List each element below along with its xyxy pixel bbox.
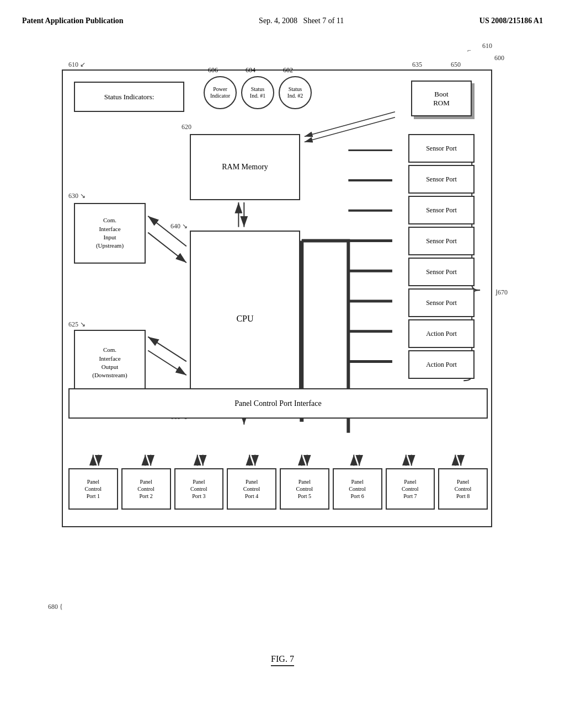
com-input-box: Com.InterfaceInput(Upstream) [74,203,146,264]
sensor-port-2: Sensor Port [408,165,475,194]
sensor-port-4-text: Sensor Port [426,237,457,245]
status-indicators-box: Status Indicators: [74,82,184,112]
ram-memory-text: RAM Memory [222,163,268,172]
status-indicators-label: Status Indicators: [104,93,154,101]
sensor-port-1-text: Sensor Port [426,144,457,153]
label-635: 635 [412,61,422,69]
label-600-text: 600 [494,54,504,62]
panel-port-6-text: PanelControlPort 6 [349,478,366,500]
boot-rom-box: BootROM [411,81,472,116]
panel-port-5-text: PanelControlPort 5 [296,478,313,500]
panel-port-2: PanelControlPort 2 [121,468,171,510]
header-right: US 2008/215186 A1 [479,17,543,25]
action-port-2-text: Action Port [426,361,457,369]
sensor-port-6-text: Sensor Port [426,299,457,307]
panel-port-2-text: PanelControlPort 2 [137,478,154,500]
status-ind2-text: StatusInd. #2 [287,86,303,99]
cpu-box: CPU [190,231,300,407]
circle-group: 606 PowerIndicator 604 StatusInd. #1 602 [204,76,312,109]
svg-line-11 [305,112,395,137]
action-port-1-text: Action Port [426,330,457,338]
label-600-arrow: ⌐ [467,46,471,55]
panel-port-3-text: PanelControlPort 3 [190,478,207,500]
panel-port-8-text: PanelControlPort 8 [455,478,472,500]
label-604: 604 [246,66,255,74]
panel-control-text: Panel Control Port Interface [234,399,321,408]
status-ind1: StatusInd. #1 [241,76,274,109]
ram-memory-box: RAM Memory [190,134,300,200]
power-indicator: PowerIndicator [204,76,237,109]
svg-line-12 [305,117,395,142]
header-sheet: Sheet 7 of 11 [303,17,344,25]
page: Patent Application Publication Sep. 4, 2… [0,0,565,728]
label-610: 610 ↙ [68,61,86,69]
status-ind1-text: StatusInd. #1 [250,86,265,99]
sensor-port-6: Sensor Port [408,288,475,317]
sensor-port-5-text: Sensor Port [426,268,457,276]
com-input-text: Com.InterfaceInput(Upstream) [96,216,124,250]
cpu-text: CPU [236,314,253,324]
svg-line-8 [148,351,186,376]
label-625: 625 ↘ [68,320,86,329]
panel-port-4: PanelControlPort 4 [227,468,276,510]
sensor-port-5: Sensor Port [408,258,475,286]
panel-port-7-text: PanelControlPort 7 [402,478,419,500]
label-620: 620 [182,123,191,131]
boot-rom-text: BootROM [433,90,450,108]
sensor-port-4: Sensor Port [408,227,475,255]
label-600: 610 [482,42,492,50]
panel-port-1: PanelControlPort 1 [68,468,118,510]
header-center: Sep. 4, 2008 Sheet 7 of 11 [259,17,344,25]
com-output-box: Com.InterfaceOutput(Downstream) [74,330,146,396]
panel-ports-row: PanelControlPort 1 PanelControlPort 2 Pa… [68,468,488,510]
panel-port-3: PanelControlPort 3 [174,468,224,510]
panel-port-1-text: PanelControlPort 1 [85,478,102,500]
panel-port-8: PanelControlPort 8 [438,468,488,510]
label-670: ⌋670 [495,288,508,297]
sensor-port-3: Sensor Port [408,196,475,224]
power-indicator-text: PowerIndicator [210,86,230,99]
sensor-port-3-text: Sensor Port [426,206,457,215]
header-date: Sep. 4, 2008 [259,17,297,25]
header-left: Patent Application Publication [22,17,124,25]
panel-control-port-interface: Panel Control Port Interface [68,388,488,419]
action-port-1: Action Port [408,319,475,348]
fig-caption: FIG. 7 [22,654,543,666]
com-output-text: Com.InterfaceOutput(Downstream) [92,346,127,380]
sensor-port-2-text: Sensor Port [426,175,457,184]
label-606: 606 [208,66,218,74]
panel-port-6: PanelControlPort 6 [333,468,382,510]
svg-line-9 [148,337,186,362]
label-680: 680 { [48,603,63,611]
header: Patent Application Publication Sep. 4, 2… [22,11,543,36]
diagram-area: ⌐ 610 [45,36,520,643]
svg-line-7 [148,216,186,247]
label-602: 602 [283,66,293,74]
label-630: 630 ↘ [68,192,86,200]
fig-label: FIG. 7 [271,654,294,666]
status-ind2: StatusInd. #2 [279,76,312,109]
action-port-2: Action Port [408,350,475,379]
ports-column: Sensor Port Sensor Port Sensor Port Sens… [408,134,475,379]
label-650: 650 [451,61,461,69]
sensor-port-1: Sensor Port [408,134,475,163]
label-640: 640 ↘ [170,222,188,231]
panel-port-7: PanelControlPort 7 [386,468,435,510]
panel-port-4-text: PanelControlPort 4 [243,478,260,500]
outer-box-600: 610 ↙ Status Indicators: 606 PowerIndica… [62,69,492,527]
panel-port-5: PanelControlPort 5 [280,468,329,510]
svg-line-6 [148,233,186,263]
